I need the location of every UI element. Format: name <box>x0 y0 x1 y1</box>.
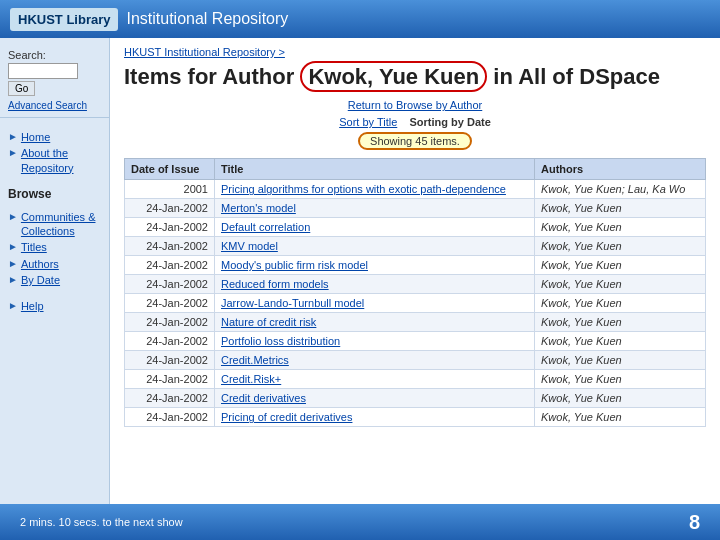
cell-title: Pricing of credit derivatives <box>215 408 535 427</box>
col-header-authors: Authors <box>535 159 706 180</box>
cell-title: KMV model <box>215 237 535 256</box>
cell-authors: Kwok, Yue Kuen <box>535 275 706 294</box>
sidebar-item-help[interactable]: ► Help <box>8 299 101 313</box>
return-to-browse: Return to Browse by Author <box>124 98 706 112</box>
cell-title: Credit.Risk+ <box>215 370 535 389</box>
showing-bar: Showing 45 items. <box>124 132 706 150</box>
cell-date: 24-Jan-2002 <box>125 389 215 408</box>
cell-authors: Kwok, Yue Kuen; Lau, Ka Wo <box>535 180 706 199</box>
titles-link[interactable]: Titles <box>21 240 47 254</box>
table-row: 24-Jan-2002 Default correlation Kwok, Yu… <box>125 218 706 237</box>
heading-highlight: Kwok, Yue Kuen <box>300 61 487 92</box>
app-header: HKUST Library Institutional Repository <box>0 0 720 38</box>
cell-authors: Kwok, Yue Kuen <box>535 351 706 370</box>
cell-title: Portfolio loss distribution <box>215 332 535 351</box>
cell-authors: Kwok, Yue Kuen <box>535 313 706 332</box>
search-input[interactable] <box>8 63 78 79</box>
item-title-link[interactable]: Merton's model <box>221 202 296 214</box>
footer-timer: 2 mins. 10 secs. to the next show <box>20 516 183 528</box>
browse-nav: ► Communities & Collections ► Titles ► A… <box>0 204 109 293</box>
bydate-link[interactable]: By Date <box>21 273 60 287</box>
cell-title: Merton's model <box>215 199 535 218</box>
table-body: 2001 Pricing algorithms for options with… <box>125 180 706 427</box>
page-title: Items for Author Kwok, Yue Kuen in All o… <box>124 64 706 90</box>
footer: 2 mins. 10 secs. to the next show 8 <box>0 504 720 540</box>
sidebar-item-about[interactable]: ► About the Repository <box>8 146 101 175</box>
authors-link[interactable]: Authors <box>21 257 59 271</box>
item-title-link[interactable]: Jarrow-Lando-Turnbull model <box>221 297 364 309</box>
sort-by-title-link[interactable]: Sort by Title <box>339 116 397 128</box>
bullet-icon: ► <box>8 274 18 285</box>
col-header-date: Date of Issue <box>125 159 215 180</box>
cell-authors: Kwok, Yue Kuen <box>535 294 706 313</box>
cell-authors: Kwok, Yue Kuen <box>535 370 706 389</box>
item-title-link[interactable]: Moody's public firm risk model <box>221 259 368 271</box>
return-link-anchor[interactable]: Return to Browse by Author <box>348 99 483 111</box>
communities-link[interactable]: Communities & Collections <box>21 210 101 239</box>
about-link[interactable]: About the Repository <box>21 146 101 175</box>
sidebar-item-titles[interactable]: ► Titles <box>8 240 101 254</box>
item-title-link[interactable]: Credit derivatives <box>221 392 306 404</box>
table-row: 24-Jan-2002 Jarrow-Lando-Turnbull model … <box>125 294 706 313</box>
bullet-icon: ► <box>8 241 18 252</box>
item-title-link[interactable]: Nature of credit risk <box>221 316 316 328</box>
cell-title: Jarrow-Lando-Turnbull model <box>215 294 535 313</box>
item-title-link[interactable]: Pricing of credit derivatives <box>221 411 352 423</box>
sidebar-item-authors[interactable]: ► Authors <box>8 257 101 271</box>
cell-date: 24-Jan-2002 <box>125 237 215 256</box>
table-row: 24-Jan-2002 Pricing of credit derivative… <box>125 408 706 427</box>
table-header-row: Date of Issue Title Authors <box>125 159 706 180</box>
heading-suffix: in All of DSpace <box>493 64 660 89</box>
item-title-link[interactable]: Credit.Risk+ <box>221 373 281 385</box>
main-layout: Search: Go Advanced Search ► Home ► Abou… <box>0 38 720 540</box>
advanced-search-link[interactable]: Advanced Search <box>8 100 87 111</box>
cell-authors: Kwok, Yue Kuen <box>535 218 706 237</box>
cell-date: 24-Jan-2002 <box>125 256 215 275</box>
cell-date: 2001 <box>125 180 215 199</box>
cell-authors: Kwok, Yue Kuen <box>535 256 706 275</box>
table-row: 24-Jan-2002 KMV model Kwok, Yue Kuen <box>125 237 706 256</box>
table-row: 24-Jan-2002 Nature of credit risk Kwok, … <box>125 313 706 332</box>
search-go-button[interactable]: Go <box>8 81 35 96</box>
sidebar-item-communities[interactable]: ► Communities & Collections <box>8 210 101 239</box>
cell-date: 24-Jan-2002 <box>125 218 215 237</box>
help-link[interactable]: Help <box>21 299 44 313</box>
cell-authors: Kwok, Yue Kuen <box>535 389 706 408</box>
table-row: 24-Jan-2002 Credit.Risk+ Kwok, Yue Kuen <box>125 370 706 389</box>
cell-date: 24-Jan-2002 <box>125 370 215 389</box>
table-row: 24-Jan-2002 Merton's model Kwok, Yue Kue… <box>125 199 706 218</box>
sidebar-item-home[interactable]: ► Home <box>8 130 101 144</box>
table-row: 2001 Pricing algorithms for options with… <box>125 180 706 199</box>
item-title-link[interactable]: KMV model <box>221 240 278 252</box>
item-title-link[interactable]: Pricing algorithms for options with exot… <box>221 183 506 195</box>
sorting-by-date: Sorting by Date <box>410 116 491 128</box>
item-title-link[interactable]: Default correlation <box>221 221 310 233</box>
cell-date: 24-Jan-2002 <box>125 275 215 294</box>
table-row: 24-Jan-2002 Reduced form models Kwok, Yu… <box>125 275 706 294</box>
cell-date: 24-Jan-2002 <box>125 408 215 427</box>
cell-date: 24-Jan-2002 <box>125 199 215 218</box>
home-link[interactable]: Home <box>21 130 50 144</box>
sidebar-nav: ► Home ► About the Repository <box>0 124 109 181</box>
item-title-link[interactable]: Reduced form models <box>221 278 329 290</box>
bullet-icon: ► <box>8 147 18 158</box>
bullet-icon: ► <box>8 211 18 222</box>
cell-authors: Kwok, Yue Kuen <box>535 199 706 218</box>
item-title-link[interactable]: Portfolio loss distribution <box>221 335 340 347</box>
cell-title: Reduced form models <box>215 275 535 294</box>
footer-page-number: 8 <box>689 511 700 534</box>
bullet-icon: ► <box>8 131 18 142</box>
cell-authors: Kwok, Yue Kuen <box>535 237 706 256</box>
sort-bar: Sort by Title Sorting by Date <box>124 116 706 128</box>
library-logo: HKUST Library <box>10 8 118 31</box>
cell-authors: Kwok, Yue Kuen <box>535 408 706 427</box>
cell-title: Credit.Metrics <box>215 351 535 370</box>
item-title-link[interactable]: Credit.Metrics <box>221 354 289 366</box>
table-row: 24-Jan-2002 Moody's public firm risk mod… <box>125 256 706 275</box>
cell-title: Pricing algorithms for options with exot… <box>215 180 535 199</box>
breadcrumb-link[interactable]: HKUST Institutional Repository > <box>124 46 285 58</box>
table-header: Date of Issue Title Authors <box>125 159 706 180</box>
cell-authors: Kwok, Yue Kuen <box>535 332 706 351</box>
cell-title: Nature of credit risk <box>215 313 535 332</box>
sidebar-item-bydate[interactable]: ► By Date <box>8 273 101 287</box>
